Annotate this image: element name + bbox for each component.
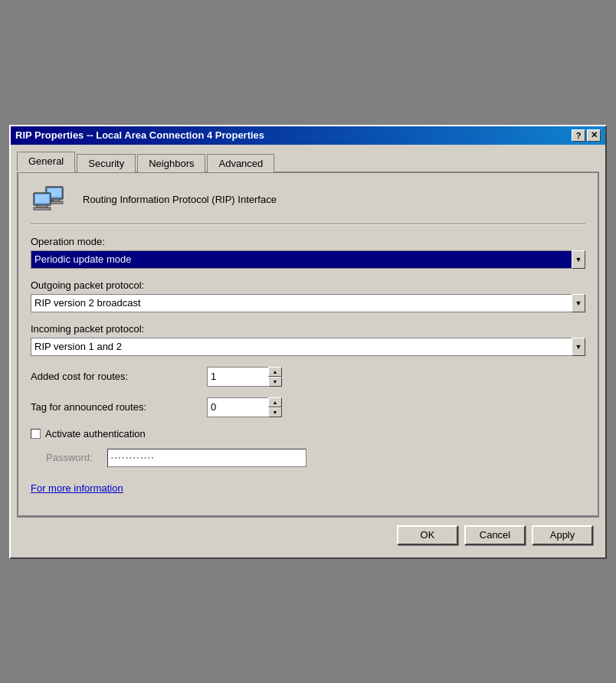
cancel-button[interactable]: Cancel — [464, 525, 526, 545]
title-bar-buttons: ? ✕ — [572, 129, 601, 142]
protocol-header: Routing Information Protocol (RIP) Inter… — [31, 185, 585, 214]
password-input[interactable] — [107, 449, 306, 467]
outgoing-packet-arrow[interactable]: ▼ — [572, 294, 585, 312]
incoming-packet-row: Incoming packet protocol: RIP version 1 … — [31, 323, 585, 356]
outgoing-packet-label: Outgoing packet protocol: — [31, 279, 585, 291]
operation-mode-dropdown-container: Periodic update mode Auto-static update … — [31, 250, 585, 269]
tab-content-general: Routing Information Protocol (RIP) Inter… — [17, 173, 599, 517]
window-body: General Security Neighbors Advanced — [11, 145, 605, 557]
more-info-link[interactable]: For more information — [31, 482, 123, 494]
operation-mode-label: Operation mode: — [31, 236, 585, 247]
operation-mode-row: Operation mode: Periodic update mode Aut… — [31, 236, 585, 269]
added-cost-row: Added cost for routes: ▲ ▼ — [31, 367, 585, 387]
tab-neighbors[interactable]: Neighbors — [137, 154, 205, 172]
ok-button[interactable]: OK — [397, 525, 458, 545]
tab-bar: General Security Neighbors Advanced — [17, 151, 599, 173]
button-bar: OK Cancel Apply — [17, 517, 599, 551]
svg-rect-5 — [35, 194, 49, 203]
section-divider — [31, 224, 585, 225]
tag-routes-up-button[interactable]: ▲ — [268, 397, 282, 407]
close-button[interactable]: ✕ — [587, 129, 601, 142]
help-button[interactable]: ? — [572, 129, 585, 142]
outgoing-packet-row: Outgoing packet protocol: RIP version 1 … — [31, 279, 585, 312]
activate-auth-label: Activate authentication — [45, 428, 146, 440]
tab-general[interactable]: General — [17, 152, 75, 172]
added-cost-spinner: ▲ ▼ — [207, 367, 282, 387]
operation-mode-arrow[interactable]: ▼ — [572, 250, 585, 269]
protocol-title: Routing Information Protocol (RIP) Inter… — [83, 194, 277, 205]
tag-routes-buttons: ▲ ▼ — [268, 397, 282, 417]
tag-routes-label: Tag for announced routes: — [31, 401, 207, 413]
operation-mode-select[interactable]: Periodic update mode Auto-static update … — [31, 250, 572, 269]
added-cost-label: Added cost for routes: — [31, 371, 207, 382]
tab-security[interactable]: Security — [77, 154, 136, 172]
tag-routes-spinner: ▲ ▼ — [207, 397, 282, 417]
incoming-packet-dropdown-container: RIP version 1 only RIP version 2 only RI… — [31, 338, 585, 356]
tag-routes-input[interactable] — [207, 397, 268, 417]
main-window: RIP Properties -- Local Area Connection … — [9, 125, 607, 559]
title-bar: RIP Properties -- Local Area Connection … — [11, 126, 605, 145]
network-computers-icon — [31, 185, 70, 214]
password-row: Password: — [46, 449, 585, 467]
outgoing-packet-select[interactable]: RIP version 1 broadcast RIP version 2 br… — [31, 294, 572, 312]
added-cost-up-button[interactable]: ▲ — [268, 367, 282, 377]
incoming-packet-select[interactable]: RIP version 1 only RIP version 2 only RI… — [31, 338, 572, 356]
apply-button[interactable]: Apply — [532, 525, 593, 545]
window-title: RIP Properties -- Local Area Connection … — [15, 129, 264, 141]
password-label: Password: — [46, 452, 100, 463]
network-icon — [31, 185, 70, 214]
incoming-packet-arrow[interactable]: ▼ — [572, 338, 585, 356]
outgoing-packet-dropdown-container: RIP version 1 broadcast RIP version 2 br… — [31, 294, 585, 312]
tab-advanced[interactable]: Advanced — [207, 154, 274, 172]
added-cost-input[interactable] — [207, 367, 268, 387]
tag-routes-row: Tag for announced routes: ▲ ▼ — [31, 397, 585, 417]
added-cost-buttons: ▲ ▼ — [268, 367, 282, 387]
added-cost-down-button[interactable]: ▼ — [268, 377, 282, 387]
svg-rect-7 — [34, 208, 51, 210]
activate-auth-row: Activate authentication — [31, 428, 585, 440]
tag-routes-down-button[interactable]: ▼ — [268, 407, 282, 417]
incoming-packet-label: Incoming packet protocol: — [31, 323, 585, 335]
activate-auth-checkbox[interactable] — [31, 429, 41, 439]
